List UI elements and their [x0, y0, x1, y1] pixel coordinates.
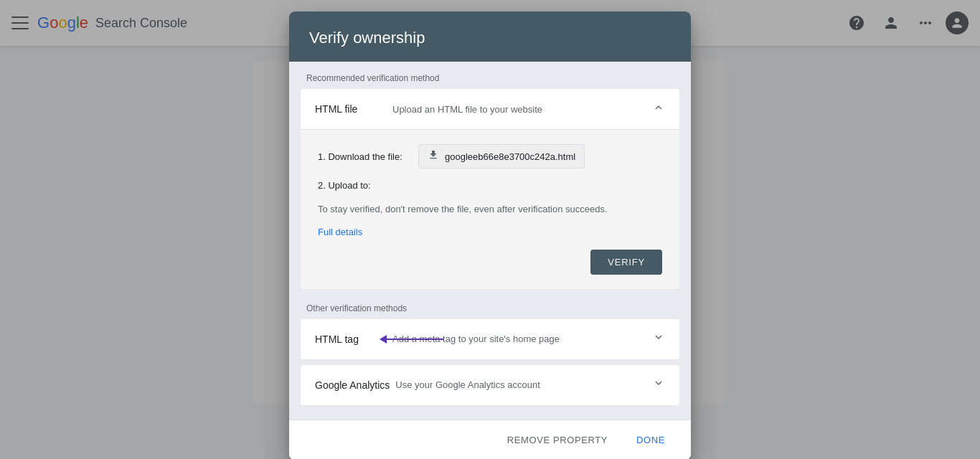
html-file-method-panel: HTML file Upload an HTML file to your we…	[301, 89, 679, 289]
html-tag-title: HTML tag	[315, 333, 387, 345]
warning-text: To stay verified, don't remove the file,…	[318, 202, 662, 217]
dialog-footer: REMOVE PROPERTY DONE	[289, 420, 691, 460]
html-tag-method-panel: HTML tag Add a meta tag to your site's h…	[301, 319, 679, 359]
step1-label: 1. Download the file:	[318, 151, 418, 162]
arrow-head-icon	[380, 335, 387, 344]
google-analytics-method-header[interactable]: Google Analytics Use your Google Analyti…	[301, 365, 679, 405]
arrow-line	[387, 339, 444, 340]
verify-button[interactable]: VERIFY	[590, 250, 662, 275]
dialog-header: Verify ownership	[289, 11, 691, 62]
full-details-link[interactable]: Full details	[318, 227, 362, 237]
html-file-title: HTML file	[315, 103, 387, 115]
other-section-label: Other verification methods	[289, 295, 691, 319]
google-analytics-method-panel: Google Analytics Use your Google Analyti…	[301, 365, 679, 405]
google-analytics-description: Use your Google Analytics account	[395, 379, 646, 390]
recommended-section-label: Recommended verification method	[289, 62, 691, 89]
html-file-method-content: 1. Download the file: googleeb66e8e3700c…	[301, 129, 679, 289]
step2-row: 2. Upload to:	[318, 180, 662, 191]
dialog-body[interactable]: Recommended verification method HTML fil…	[289, 62, 691, 420]
verify-ownership-dialog: Verify ownership Recommended verificatio…	[289, 11, 691, 459]
google-analytics-title: Google Analytics	[315, 379, 390, 391]
arrow-annotation	[380, 335, 444, 344]
body-bottom-spacer	[289, 411, 691, 420]
download-icon	[428, 149, 439, 164]
dialog-title: Verify ownership	[309, 29, 671, 47]
done-button[interactable]: DONE	[625, 429, 677, 451]
download-filename: googleeb66e8e3700c242a.html	[445, 151, 575, 162]
download-button[interactable]: googleeb66e8e3700c242a.html	[418, 144, 585, 169]
html-tag-method-header[interactable]: HTML tag Add a meta tag to your site's h…	[301, 319, 679, 359]
html-file-chevron-icon	[652, 101, 665, 118]
html-file-method-header[interactable]: HTML file Upload an HTML file to your we…	[301, 89, 679, 129]
html-file-description: Upload an HTML file to your website	[392, 104, 646, 115]
html-tag-chevron-icon	[652, 331, 665, 347]
remove-property-button[interactable]: REMOVE PROPERTY	[496, 429, 619, 451]
google-analytics-chevron-icon	[652, 377, 665, 393]
step2-label: 2. Upload to:	[318, 180, 418, 191]
step1-row: 1. Download the file: googleeb66e8e3700c…	[318, 144, 662, 169]
verify-button-row: VERIFY	[318, 250, 662, 275]
